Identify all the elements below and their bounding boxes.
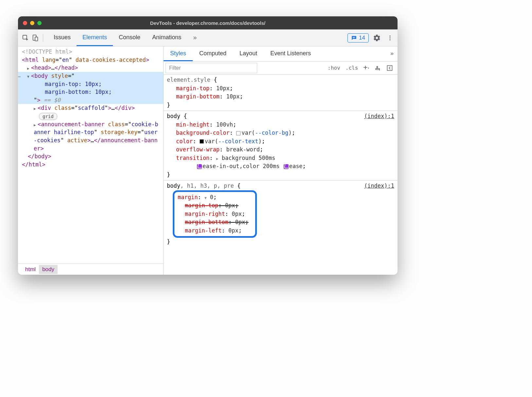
- tab-animations[interactable]: Animations: [146, 29, 187, 46]
- close-window-button[interactable]: [23, 21, 27, 25]
- svg-rect-3: [353, 37, 355, 37]
- main-toolbar: Issues Elements Console Animations » 14: [18, 29, 398, 46]
- tab-issues[interactable]: Issues: [48, 29, 77, 46]
- breadcrumb-body[interactable]: body: [39, 265, 58, 274]
- paint-brush-icon[interactable]: [372, 63, 384, 73]
- html-open-tag[interactable]: <html lang="en" data-cookies-accepted>: [18, 56, 163, 64]
- color-swatch-icon[interactable]: [200, 139, 204, 144]
- filter-input[interactable]: Filter: [166, 63, 257, 73]
- devtools-window: DevTools - developer.chrome.com/docs/dev…: [18, 16, 398, 275]
- zoom-window-button[interactable]: [37, 21, 42, 25]
- rule-source-link[interactable]: (index):1: [364, 112, 394, 121]
- svg-point-6: [389, 37, 390, 38]
- breadcrumb-html[interactable]: html: [22, 265, 39, 274]
- color-swatch-icon[interactable]: [236, 131, 240, 135]
- announcement-banner-node[interactable]: <announcement-banner class="cookie-banne…: [18, 120, 163, 153]
- html-close-tag[interactable]: </html>: [18, 161, 163, 169]
- tab-elements[interactable]: Elements: [77, 29, 113, 46]
- svg-rect-4: [353, 38, 354, 38]
- head-node[interactable]: <head>…</head>: [18, 64, 163, 72]
- message-icon: [351, 35, 357, 41]
- svg-point-7: [389, 39, 390, 40]
- tab-console[interactable]: Console: [113, 29, 146, 46]
- window-title: DevTools - developer.chrome.com/docs/dev…: [18, 20, 398, 26]
- main-tabs: Issues Elements Console Animations »: [48, 29, 203, 46]
- cls-toggle-button[interactable]: .cls: [343, 63, 361, 72]
- svg-rect-8: [387, 65, 392, 70]
- dom-tree[interactable]: <!DOCTYPE html> <html lang="en" data-coo…: [18, 46, 163, 264]
- content-split: <!DOCTYPE html> <html lang="en" data-coo…: [18, 46, 398, 275]
- inspect-element-icon[interactable]: [21, 33, 30, 43]
- minimize-window-button[interactable]: [30, 21, 34, 25]
- styles-panel: Styles Computed Layout Event Listeners »…: [164, 46, 398, 275]
- styles-tabs: Styles Computed Layout Event Listeners »: [164, 46, 398, 61]
- tab-styles[interactable]: Styles: [164, 46, 193, 61]
- styles-filter-bar: Filter :hov .cls +▾: [164, 61, 398, 75]
- tab-computed[interactable]: Computed: [193, 46, 233, 61]
- easing-swatch-icon[interactable]: [284, 164, 289, 169]
- tab-event-listeners[interactable]: Event Listeners: [264, 46, 317, 61]
- body-node-selected[interactable]: ⋯ <body style=" margin-top: 10px; margin…: [18, 72, 163, 104]
- rule-margin-reset[interactable]: (index):1 body, h1, h3, p, pre { margin:…: [164, 181, 398, 248]
- settings-gear-icon[interactable]: [372, 33, 382, 43]
- hover-toggle-button[interactable]: :hov: [325, 63, 343, 72]
- grid-badge[interactable]: grid: [39, 113, 57, 120]
- issues-count-button[interactable]: 14: [347, 33, 369, 43]
- tab-more-icon[interactable]: »: [187, 29, 203, 46]
- elements-panel: <!DOCTYPE html> <html lang="en" data-coo…: [18, 46, 164, 275]
- computed-panel-toggle-icon[interactable]: [384, 63, 396, 73]
- dom-breadcrumb: html body: [18, 264, 163, 275]
- rule-body[interactable]: (index):1 body { min-height: 100vh; back…: [164, 111, 398, 181]
- kebab-menu-icon[interactable]: [385, 33, 395, 43]
- rule-element-style[interactable]: element.style { margin-top: 10px; margin…: [164, 75, 398, 111]
- easing-swatch-icon[interactable]: [197, 164, 202, 169]
- body-close-tag[interactable]: </body>: [18, 152, 163, 161]
- div-scaffold-node[interactable]: <div class="scaffold">…</div>: [18, 104, 163, 112]
- traffic-lights: [23, 21, 42, 25]
- device-mode-icon[interactable]: [30, 33, 40, 43]
- svg-point-5: [389, 35, 390, 36]
- issues-count: 14: [359, 35, 365, 41]
- rule-source-link[interactable]: (index):1: [364, 182, 394, 190]
- styles-rules: element.style { margin-top: 10px; margin…: [164, 75, 398, 275]
- svg-rect-2: [35, 37, 38, 41]
- styles-more-icon[interactable]: »: [386, 46, 398, 61]
- new-style-rule-button[interactable]: +▾: [361, 62, 372, 73]
- tab-layout[interactable]: Layout: [233, 46, 264, 61]
- highlighted-margin-block: margin: ▼ 0; margin-top: 0px; margin-rig…: [173, 190, 257, 238]
- separator: [43, 34, 43, 42]
- doctype-node[interactable]: <!DOCTYPE html>: [22, 48, 72, 55]
- titlebar: DevTools - developer.chrome.com/docs/dev…: [18, 16, 398, 29]
